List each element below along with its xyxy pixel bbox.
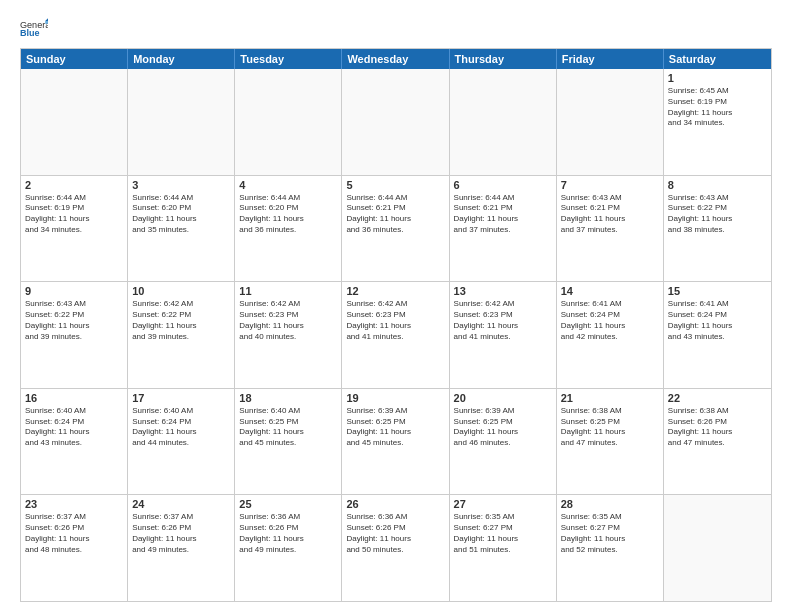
cal-cell-w3d4: 12Sunrise: 6:42 AM Sunset: 6:23 PM Dayli… [342,282,449,388]
week-row-4: 16Sunrise: 6:40 AM Sunset: 6:24 PM Dayli… [21,389,771,496]
week-row-2: 2Sunrise: 6:44 AM Sunset: 6:19 PM Daylig… [21,176,771,283]
day-number: 10 [132,285,230,297]
cal-cell-w2d5: 6Sunrise: 6:44 AM Sunset: 6:21 PM Daylig… [450,176,557,282]
day-info: Sunrise: 6:37 AM Sunset: 6:26 PM Dayligh… [132,512,230,555]
day-info: Sunrise: 6:43 AM Sunset: 6:21 PM Dayligh… [561,193,659,236]
day-info: Sunrise: 6:43 AM Sunset: 6:22 PM Dayligh… [668,193,767,236]
day-number: 4 [239,179,337,191]
cal-cell-w5d2: 24Sunrise: 6:37 AM Sunset: 6:26 PM Dayli… [128,495,235,601]
day-info: Sunrise: 6:44 AM Sunset: 6:19 PM Dayligh… [25,193,123,236]
col-header-sunday: Sunday [21,49,128,69]
col-header-friday: Friday [557,49,664,69]
day-number: 1 [668,72,767,84]
day-info: Sunrise: 6:41 AM Sunset: 6:24 PM Dayligh… [668,299,767,342]
day-info: Sunrise: 6:42 AM Sunset: 6:23 PM Dayligh… [239,299,337,342]
day-number: 26 [346,498,444,510]
day-number: 15 [668,285,767,297]
cal-cell-w3d1: 9Sunrise: 6:43 AM Sunset: 6:22 PM Daylig… [21,282,128,388]
day-number: 12 [346,285,444,297]
svg-marker-3 [45,21,48,24]
day-info: Sunrise: 6:40 AM Sunset: 6:24 PM Dayligh… [25,406,123,449]
day-number: 23 [25,498,123,510]
day-number: 3 [132,179,230,191]
cal-cell-w2d2: 3Sunrise: 6:44 AM Sunset: 6:20 PM Daylig… [128,176,235,282]
col-header-saturday: Saturday [664,49,771,69]
day-number: 25 [239,498,337,510]
week-row-5: 23Sunrise: 6:37 AM Sunset: 6:26 PM Dayli… [21,495,771,601]
cal-cell-w2d1: 2Sunrise: 6:44 AM Sunset: 6:19 PM Daylig… [21,176,128,282]
day-info: Sunrise: 6:42 AM Sunset: 6:23 PM Dayligh… [454,299,552,342]
col-header-monday: Monday [128,49,235,69]
day-info: Sunrise: 6:44 AM Sunset: 6:21 PM Dayligh… [346,193,444,236]
day-info: Sunrise: 6:38 AM Sunset: 6:25 PM Dayligh… [561,406,659,449]
calendar-body: 1Sunrise: 6:45 AM Sunset: 6:19 PM Daylig… [21,69,771,601]
cal-cell-w5d4: 26Sunrise: 6:36 AM Sunset: 6:26 PM Dayli… [342,495,449,601]
cal-cell-w5d6: 28Sunrise: 6:35 AM Sunset: 6:27 PM Dayli… [557,495,664,601]
page-header: General Blue [20,18,772,38]
cal-cell-w1d4 [342,69,449,175]
cal-cell-w1d2 [128,69,235,175]
cal-cell-w4d3: 18Sunrise: 6:40 AM Sunset: 6:25 PM Dayli… [235,389,342,495]
cal-cell-w4d4: 19Sunrise: 6:39 AM Sunset: 6:25 PM Dayli… [342,389,449,495]
day-info: Sunrise: 6:44 AM Sunset: 6:20 PM Dayligh… [239,193,337,236]
day-info: Sunrise: 6:35 AM Sunset: 6:27 PM Dayligh… [561,512,659,555]
day-number: 27 [454,498,552,510]
day-number: 20 [454,392,552,404]
cal-cell-w4d2: 17Sunrise: 6:40 AM Sunset: 6:24 PM Dayli… [128,389,235,495]
cal-cell-w5d1: 23Sunrise: 6:37 AM Sunset: 6:26 PM Dayli… [21,495,128,601]
col-header-thursday: Thursday [450,49,557,69]
day-info: Sunrise: 6:37 AM Sunset: 6:26 PM Dayligh… [25,512,123,555]
cal-cell-w3d3: 11Sunrise: 6:42 AM Sunset: 6:23 PM Dayli… [235,282,342,388]
cal-cell-w1d6 [557,69,664,175]
cal-cell-w3d6: 14Sunrise: 6:41 AM Sunset: 6:24 PM Dayli… [557,282,664,388]
cal-cell-w3d7: 15Sunrise: 6:41 AM Sunset: 6:24 PM Dayli… [664,282,771,388]
day-info: Sunrise: 6:38 AM Sunset: 6:26 PM Dayligh… [668,406,767,449]
cal-cell-w1d5 [450,69,557,175]
day-info: Sunrise: 6:45 AM Sunset: 6:19 PM Dayligh… [668,86,767,129]
day-number: 21 [561,392,659,404]
cal-cell-w4d5: 20Sunrise: 6:39 AM Sunset: 6:25 PM Dayli… [450,389,557,495]
day-number: 5 [346,179,444,191]
col-header-tuesday: Tuesday [235,49,342,69]
day-info: Sunrise: 6:44 AM Sunset: 6:20 PM Dayligh… [132,193,230,236]
day-number: 2 [25,179,123,191]
day-info: Sunrise: 6:43 AM Sunset: 6:22 PM Dayligh… [25,299,123,342]
day-info: Sunrise: 6:36 AM Sunset: 6:26 PM Dayligh… [239,512,337,555]
day-info: Sunrise: 6:39 AM Sunset: 6:25 PM Dayligh… [454,406,552,449]
day-info: Sunrise: 6:44 AM Sunset: 6:21 PM Dayligh… [454,193,552,236]
day-info: Sunrise: 6:42 AM Sunset: 6:23 PM Dayligh… [346,299,444,342]
day-info: Sunrise: 6:42 AM Sunset: 6:22 PM Dayligh… [132,299,230,342]
day-number: 11 [239,285,337,297]
day-number: 19 [346,392,444,404]
day-info: Sunrise: 6:40 AM Sunset: 6:24 PM Dayligh… [132,406,230,449]
cal-cell-w1d1 [21,69,128,175]
cal-cell-w2d6: 7Sunrise: 6:43 AM Sunset: 6:21 PM Daylig… [557,176,664,282]
cal-cell-w4d7: 22Sunrise: 6:38 AM Sunset: 6:26 PM Dayli… [664,389,771,495]
cal-cell-w4d1: 16Sunrise: 6:40 AM Sunset: 6:24 PM Dayli… [21,389,128,495]
calendar-grid: SundayMondayTuesdayWednesdayThursdayFrid… [20,48,772,602]
day-number: 13 [454,285,552,297]
cal-cell-w5d3: 25Sunrise: 6:36 AM Sunset: 6:26 PM Dayli… [235,495,342,601]
logo: General Blue [20,18,54,38]
week-row-1: 1Sunrise: 6:45 AM Sunset: 6:19 PM Daylig… [21,69,771,176]
day-number: 14 [561,285,659,297]
cal-cell-w3d2: 10Sunrise: 6:42 AM Sunset: 6:22 PM Dayli… [128,282,235,388]
day-number: 17 [132,392,230,404]
day-number: 6 [454,179,552,191]
calendar-page: General Blue SundayMondayTuesdayWednesda… [0,0,792,612]
day-info: Sunrise: 6:36 AM Sunset: 6:26 PM Dayligh… [346,512,444,555]
day-info: Sunrise: 6:40 AM Sunset: 6:25 PM Dayligh… [239,406,337,449]
cal-cell-w3d5: 13Sunrise: 6:42 AM Sunset: 6:23 PM Dayli… [450,282,557,388]
cal-cell-w2d3: 4Sunrise: 6:44 AM Sunset: 6:20 PM Daylig… [235,176,342,282]
cal-cell-w1d3 [235,69,342,175]
cal-cell-w1d7: 1Sunrise: 6:45 AM Sunset: 6:19 PM Daylig… [664,69,771,175]
week-row-3: 9Sunrise: 6:43 AM Sunset: 6:22 PM Daylig… [21,282,771,389]
cal-cell-w2d4: 5Sunrise: 6:44 AM Sunset: 6:21 PM Daylig… [342,176,449,282]
day-number: 18 [239,392,337,404]
day-number: 24 [132,498,230,510]
day-info: Sunrise: 6:41 AM Sunset: 6:24 PM Dayligh… [561,299,659,342]
cal-cell-w2d7: 8Sunrise: 6:43 AM Sunset: 6:22 PM Daylig… [664,176,771,282]
cal-cell-w4d6: 21Sunrise: 6:38 AM Sunset: 6:25 PM Dayli… [557,389,664,495]
col-header-wednesday: Wednesday [342,49,449,69]
day-number: 9 [25,285,123,297]
